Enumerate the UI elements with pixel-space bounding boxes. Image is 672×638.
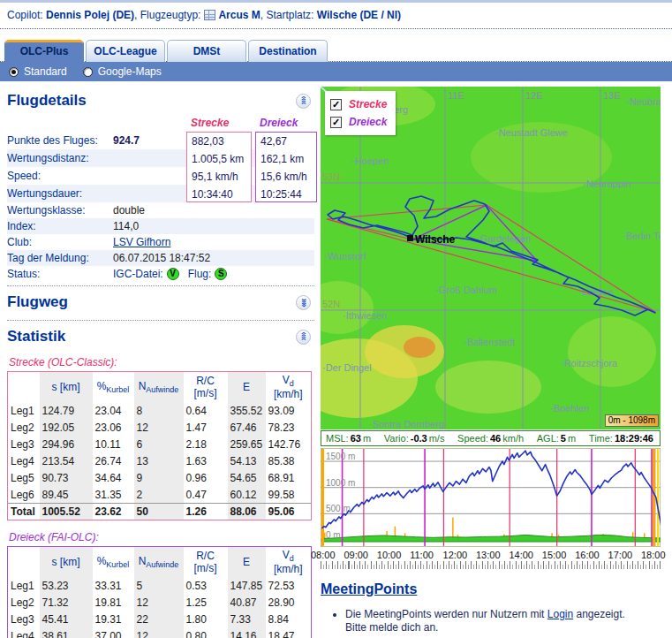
flight-map[interactable]: 11E12E13E53N52N·Boberg·Neustadt Glewe·Ho… xyxy=(321,87,661,429)
map-canvas[interactable]: 11E12E13E53N52N·Boberg·Neustadt Glewe·Ho… xyxy=(321,87,661,429)
place-label: ·Der Dingel xyxy=(322,362,372,373)
aircraft-list-icon[interactable] xyxy=(204,10,215,20)
telemetry-item: Time:18:29:46 xyxy=(589,433,655,444)
flugdetails-collapse-button[interactable]: »» xyxy=(296,94,311,109)
chevron-down-icon: »» xyxy=(299,298,308,306)
strecke-punkte: 882,03 xyxy=(192,133,251,150)
login-link[interactable]: Login xyxy=(547,608,573,620)
punkte-label: Punkte des Fluges: xyxy=(7,132,113,149)
strecke-dauer: 10:34:40 xyxy=(192,186,251,203)
stat-cell: 71.32 xyxy=(40,594,93,611)
radio-google-maps-circle[interactable] xyxy=(83,67,93,77)
place-label: ·Ithwiesen xyxy=(343,310,387,321)
barogram-time-axis: 08:0009:0010:0011:0012:0013:0014:0015:00… xyxy=(321,550,661,560)
map-legend: ✓ Strecke ✓ Dreieck xyxy=(325,91,396,135)
barogram-canvas[interactable]: 1500 m1000 m500 m0 m xyxy=(321,448,661,547)
notice-line2: Bitte melde dich an. xyxy=(345,621,438,634)
stat-cell: 88.06 xyxy=(228,503,266,520)
radio-standard-circle[interactable] xyxy=(9,67,19,77)
strecke-speed: 95,1 km/h xyxy=(192,168,251,186)
table-row: Leg438.6137.00120.8014.1618.47 xyxy=(8,627,312,638)
wertungsklasse-label: Wertungsklasse: xyxy=(7,202,113,218)
dreieck-punkte: 42,67 xyxy=(260,133,316,150)
barogram[interactable]: 1500 m1000 m500 m0 m 08:0009:0010:0011:0… xyxy=(321,448,661,569)
row-meldung: Tag der Meldung: 06.07.2015 18:47:52 xyxy=(7,250,314,266)
statistik-collapse-button[interactable]: »» xyxy=(296,330,311,345)
telemetry-label: MSL: xyxy=(326,433,349,444)
row-index: Index: 114,0 xyxy=(7,218,314,234)
tab-destination[interactable]: Destination xyxy=(248,40,328,62)
tab-dmst[interactable]: DMSt xyxy=(167,40,246,62)
legend-dreieck-row: ✓ Dreieck xyxy=(330,113,387,131)
legend-dreieck-label: Dreieck xyxy=(349,116,387,128)
place-label: ·Berlin Te xyxy=(623,231,661,241)
wertungsdistanz-label: Wertungsdistanz: xyxy=(7,149,113,167)
terrain-patch xyxy=(568,316,656,387)
longitude-label: 11E xyxy=(448,90,464,101)
row-club: Club: LSV Gifhorn xyxy=(7,234,314,250)
stat-cell: 22 xyxy=(134,611,184,627)
meetingpoints-title[interactable]: MeetingPoints xyxy=(321,581,417,596)
stat-cell: 37.00 xyxy=(93,627,134,638)
meetingpoints-notice: Die MeetingPoints werden nur Nutzern mit… xyxy=(345,608,667,634)
stat-row-label: Leg2 xyxy=(8,594,40,611)
flight-meta-bar: Copilot: Dennis Polej (DE), Flugzeugtyp:… xyxy=(0,3,672,29)
table-row: Total1005.5223.62501.2688.0695.06 xyxy=(8,503,312,520)
stat-col-corner xyxy=(8,546,40,577)
place-label: ·Gardelegen xyxy=(477,233,531,244)
stat-cell: 99.58 xyxy=(266,486,312,503)
altitude-tick-label: 1000 m xyxy=(326,478,355,488)
stat-cell: 93.09 xyxy=(266,402,312,419)
terrain-patch xyxy=(404,337,435,358)
time-tick-label: 13:00 xyxy=(476,550,501,560)
stat-cell: 31.35 xyxy=(93,486,134,503)
strecke-stats-table: s [km]%KurbelNAufwindeR/C [m/s]EVd [km/h… xyxy=(7,371,312,520)
dreieck-column-header: Dreieck xyxy=(255,117,315,129)
stat-col-header: E xyxy=(228,372,266,403)
place-label: ·Sontra Dornberg xyxy=(369,419,444,429)
meldung-label: Tag der Meldung: xyxy=(7,250,113,266)
telemetry-value: 63 xyxy=(351,433,361,444)
stat-row-label: Leg4 xyxy=(8,452,40,469)
stat-cell: 54.65 xyxy=(228,469,266,486)
stat-col-header: Vd [km/h] xyxy=(266,372,312,403)
radio-standard[interactable]: Standard xyxy=(9,65,67,78)
stat-cell: 8.84 xyxy=(266,611,312,627)
speed-label: Speed: xyxy=(7,167,113,185)
stat-cell: 6 xyxy=(134,436,184,452)
stat-cell: 0.53 xyxy=(184,577,228,594)
flugweg-expand-button[interactable]: »» xyxy=(296,295,311,310)
stat-cell: 7.33 xyxy=(228,611,266,627)
tab-olc-league[interactable]: OLC-League xyxy=(86,40,165,62)
section-statistik: Statistik »» xyxy=(7,320,314,351)
stat-cell: 0.80 xyxy=(184,627,228,638)
stat-cell: 2.18 xyxy=(184,436,228,452)
time-ruler-ticks[interactable] xyxy=(321,561,661,569)
strecke-checkbox[interactable]: ✓ xyxy=(330,99,342,110)
club-link[interactable]: LSV Gifhorn xyxy=(113,234,170,250)
telemetry-unit: m xyxy=(363,433,371,444)
dreieck-checkbox[interactable]: ✓ xyxy=(330,117,342,128)
info-rows: Wertungsklasse: double Index: 114,0 Club… xyxy=(7,202,314,282)
landing-marker-bar-2 xyxy=(657,449,659,546)
table-row: Leg590.7334.6490.9654.6568.91 xyxy=(8,469,312,486)
stat-cell: 72.53 xyxy=(266,577,312,594)
radio-google-maps[interactable]: Google-Maps xyxy=(83,65,162,78)
table-row: Leg271.3219.81121.2540.8728.90 xyxy=(8,594,312,611)
tab-olc-plus[interactable]: OLC-Plus xyxy=(4,40,84,62)
stat-cell: 1.63 xyxy=(184,452,228,469)
map-mode-bar: Standard Google-Maps xyxy=(0,62,672,81)
stat-cell: 12 xyxy=(134,627,184,638)
stat-row-label: Total xyxy=(8,503,40,520)
stat-col-header: E xyxy=(228,546,266,577)
table-row: Leg345.4119.31221.807.338.84 xyxy=(8,611,312,627)
row-status: Status: IGC-Datei: V Flug: S xyxy=(7,266,314,282)
stat-cell: 78.23 xyxy=(266,419,312,436)
index-value: 114,0 xyxy=(113,218,139,234)
stat-cell: 12 xyxy=(134,594,184,611)
stat-cell: 68.91 xyxy=(266,469,312,486)
strecke-column-header: Strecke xyxy=(186,117,253,129)
stat-cell: 2 xyxy=(134,486,184,503)
strecke-table-title: Strecke (OLC-Classic): xyxy=(9,356,314,368)
map-column: 11E12E13E53N52N·Boberg·Neustadt Glewe·Ho… xyxy=(321,87,667,634)
